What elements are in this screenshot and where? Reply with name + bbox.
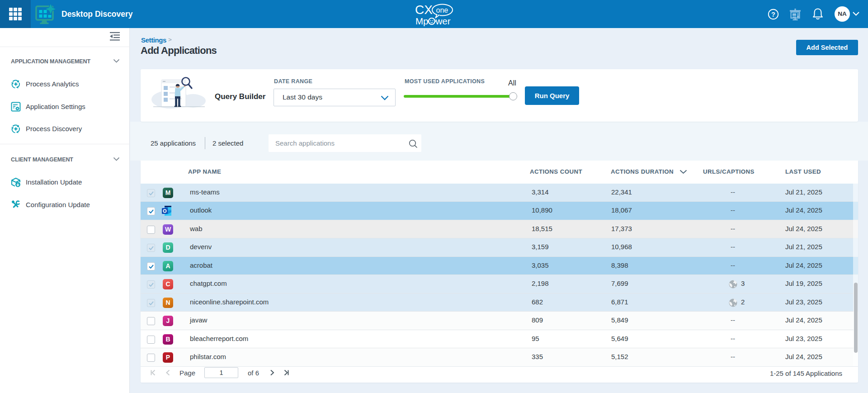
svg-text:?: ? bbox=[771, 11, 775, 18]
svg-text:one: one bbox=[436, 6, 448, 14]
svg-text:CX: CX bbox=[415, 3, 433, 17]
svg-text:wer: wer bbox=[435, 16, 451, 26]
svg-text:Mp: Mp bbox=[415, 16, 428, 26]
